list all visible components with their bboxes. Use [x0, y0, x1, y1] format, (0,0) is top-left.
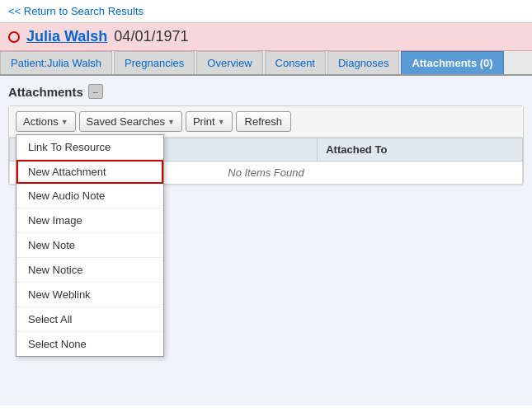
dropdown-item-select-none[interactable]: Select None	[16, 332, 163, 356]
dropdown-item-new-note[interactable]: New Note	[16, 233, 163, 258]
tab-overview[interactable]: Overview	[196, 51, 262, 74]
patient-header: Julia Walsh 04/01/1971	[0, 23, 532, 51]
tab-attachments[interactable]: Attachments (0)	[401, 51, 503, 74]
dropdown-item-new-weblink[interactable]: New Weblink	[16, 283, 163, 307]
dropdown-item-new-attachment[interactable]: New Attachment	[16, 160, 163, 184]
actions-dropdown-menu: Link To ResourceNew AttachmentNew Audio …	[16, 134, 164, 357]
tab-navigation: Patient:Julia WalshPregnanciesOverviewCo…	[0, 51, 532, 76]
actions-button[interactable]: Actions ▼	[16, 111, 76, 132]
tab-consent[interactable]: Consent	[265, 51, 326, 74]
print-button[interactable]: Print ▼	[186, 111, 233, 132]
tab-pregnancies[interactable]: Pregnancies	[114, 51, 195, 74]
section-title: Attachments	[8, 85, 83, 99]
tab-patient[interactable]: Patient:Julia Walsh	[0, 51, 112, 74]
patient-status-icon	[8, 31, 20, 43]
section-header: Attachments –	[8, 84, 524, 99]
saved-searches-arrow-icon: ▼	[167, 118, 175, 126]
print-label: Print	[193, 115, 215, 128]
column-attached-to: Attached To	[318, 138, 523, 162]
dropdown-item-new-image[interactable]: New Image	[16, 208, 163, 233]
actions-label: Actions	[23, 115, 59, 128]
return-link-bar: << Return to Search Results	[0, 0, 532, 23]
patient-name[interactable]: Julia Walsh	[26, 28, 107, 45]
return-to-search-link[interactable]: << Return to Search Results	[8, 5, 144, 17]
dropdown-item-select-all[interactable]: Select All	[16, 307, 163, 332]
patient-dob: 04/01/1971	[114, 28, 188, 45]
collapse-button[interactable]: –	[88, 84, 103, 99]
main-content: Attachments – Actions ▼ Saved Searches ▼…	[0, 76, 532, 405]
attachments-panel: Actions ▼ Saved Searches ▼ Print ▼ Refre…	[8, 105, 524, 185]
dropdown-item-link-resource[interactable]: Link To Resource	[16, 135, 163, 160]
saved-searches-button[interactable]: Saved Searches ▼	[79, 111, 182, 132]
actions-arrow-icon: ▼	[61, 118, 68, 126]
tab-diagnoses[interactable]: Diagnoses	[327, 51, 399, 74]
toolbar: Actions ▼ Saved Searches ▼ Print ▼ Refre…	[9, 106, 523, 138]
refresh-button[interactable]: Refresh	[236, 111, 292, 132]
dropdown-item-new-audio-note[interactable]: New Audio Note	[16, 184, 163, 208]
saved-searches-label: Saved Searches	[87, 115, 165, 128]
print-arrow-icon: ▼	[218, 118, 225, 126]
dropdown-item-new-notice[interactable]: New Notice	[16, 258, 163, 283]
